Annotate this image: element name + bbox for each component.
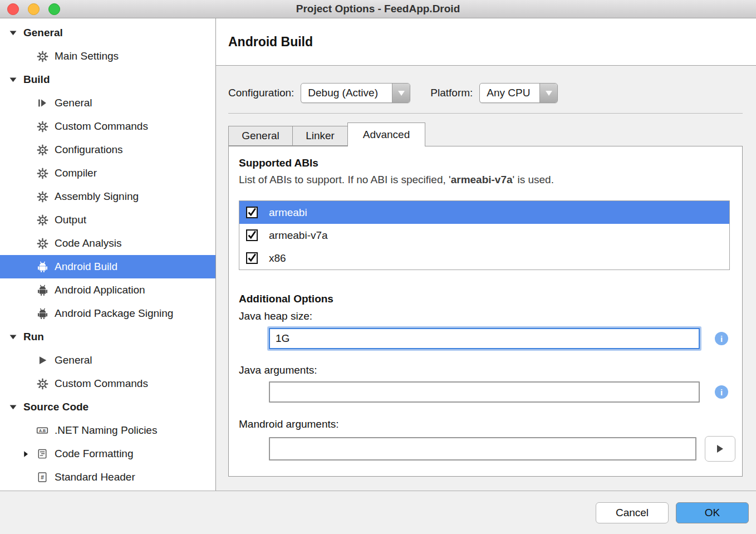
window-title: Project Options - FeedApp.Droid bbox=[0, 3, 756, 15]
sidebar-item-output[interactable]: Output bbox=[0, 208, 215, 232]
java-heap-input[interactable] bbox=[269, 328, 700, 349]
expand-arguments-button[interactable] bbox=[705, 436, 735, 462]
sidebar-item-code-analysis[interactable]: Code Analysis bbox=[0, 232, 215, 255]
sidebar-section-general[interactable]: General bbox=[0, 21, 215, 45]
platform-value: Any CPU bbox=[480, 87, 539, 99]
sidebar-item-standard-header[interactable]: #Standard Header bbox=[0, 466, 215, 489]
java-arguments-input[interactable] bbox=[269, 381, 700, 403]
sidebar-item-compiler[interactable]: Compiler bbox=[0, 161, 215, 185]
sidebar-item-custom-commands[interactable]: Custom Commands bbox=[0, 372, 215, 395]
sidebar-section-label: Run bbox=[23, 331, 44, 343]
build-play-icon bbox=[36, 96, 49, 110]
chevron-down-icon[interactable] bbox=[9, 76, 17, 84]
android-icon bbox=[36, 307, 49, 320]
platform-dropdown[interactable]: Any CPU bbox=[479, 83, 558, 103]
ok-button[interactable]: OK bbox=[676, 502, 749, 523]
sidebar-item-label: Custom Commands bbox=[55, 120, 148, 133]
sidebar-section-run[interactable]: Run bbox=[0, 325, 215, 349]
sidebar-item-android-build[interactable]: Android Build bbox=[0, 255, 215, 278]
abi-list: armeabiarmeabi-v7ax86 bbox=[239, 200, 730, 270]
java-heap-label: Java heap size: bbox=[239, 309, 742, 323]
description-text: List of ABIs to support. If no ABI is sp… bbox=[239, 174, 451, 185]
java-arguments-row: i bbox=[269, 381, 728, 403]
sidebar-item-net-naming-policies[interactable]: A.B.NET Naming Policies bbox=[0, 419, 215, 442]
gear-icon bbox=[36, 190, 49, 203]
supported-abis-description: List of ABIs to support. If no ABI is sp… bbox=[239, 173, 742, 187]
mandroid-arguments-label: Mandroid arguments: bbox=[239, 417, 742, 431]
titlebar: Project Options - FeedApp.Droid bbox=[0, 0, 756, 18]
abi-row-armeabi-v7a[interactable]: armeabi-v7a bbox=[239, 224, 729, 247]
sidebar-item-code-formatting[interactable]: Code Formatting bbox=[0, 442, 215, 466]
sidebar-section-build[interactable]: Build bbox=[0, 68, 215, 91]
sidebar-item-assembly-signing[interactable]: Assembly Signing bbox=[0, 185, 215, 208]
mandroid-arguments-input[interactable] bbox=[269, 437, 696, 460]
traffic-lights bbox=[7, 3, 60, 15]
sidebar-item-label: Android Build bbox=[55, 261, 117, 273]
sidebar-item-custom-commands[interactable]: Custom Commands bbox=[0, 115, 215, 138]
sidebar-item-general[interactable]: General bbox=[0, 349, 215, 372]
checkbox-checked[interactable] bbox=[246, 207, 258, 218]
platform-label: Platform: bbox=[430, 87, 473, 99]
android-icon bbox=[36, 283, 49, 297]
sidebar-item-label: Custom Commands bbox=[55, 378, 148, 390]
description-bold-text: armeabi-v7a bbox=[451, 174, 513, 185]
sidebar-item-label: Configurations bbox=[55, 144, 123, 156]
zoom-button[interactable] bbox=[48, 3, 60, 15]
divider bbox=[228, 113, 743, 114]
sidebar-item-label: Code Formatting bbox=[55, 448, 134, 460]
chevron-right-icon[interactable] bbox=[22, 450, 36, 458]
tab-general[interactable]: General bbox=[228, 126, 293, 146]
minimize-button[interactable] bbox=[28, 3, 40, 15]
abi-row-armeabi[interactable]: armeabi bbox=[239, 201, 729, 224]
info-icon[interactable]: i bbox=[715, 385, 728, 399]
main-split: GeneralMain SettingsBuildGeneralCustom C… bbox=[0, 18, 756, 491]
configuration-row: Configuration: Debug (Active) Platform: … bbox=[228, 83, 756, 103]
sidebar-item-android-package-signing[interactable]: Android Package Signing bbox=[0, 302, 215, 325]
gear-icon bbox=[36, 143, 49, 156]
tab-label: Linker bbox=[306, 130, 335, 142]
chevron-down-icon bbox=[392, 84, 410, 102]
sidebar-item-main-settings[interactable]: Main Settings bbox=[0, 45, 215, 68]
checkbox-checked[interactable] bbox=[246, 252, 258, 264]
gear-icon bbox=[36, 166, 49, 180]
sidebar-item-label: General bbox=[55, 97, 92, 109]
sidebar-item-android-application[interactable]: Android Application bbox=[0, 278, 215, 302]
description-text: ' is used. bbox=[513, 174, 554, 185]
sidebar-section-source-code[interactable]: Source Code bbox=[0, 395, 215, 419]
configuration-dropdown[interactable]: Debug (Active) bbox=[301, 83, 410, 103]
additional-options-heading: Additional Options bbox=[239, 292, 742, 306]
chevron-down-icon[interactable] bbox=[9, 333, 17, 341]
content-header: Android Build bbox=[216, 18, 756, 66]
gear-icon bbox=[36, 213, 49, 227]
java-heap-row: i bbox=[269, 328, 728, 349]
play-icon bbox=[717, 445, 723, 453]
close-button[interactable] bbox=[7, 3, 19, 15]
doc-lines-icon bbox=[36, 447, 49, 460]
sidebar-item-label: General bbox=[55, 354, 92, 366]
configuration-value: Debug (Active) bbox=[301, 87, 392, 99]
sidebar-item-configurations[interactable]: Configurations bbox=[0, 138, 215, 161]
sidebar-item-label: Code Analysis bbox=[55, 237, 121, 249]
project-options-window: Project Options - FeedApp.Droid GeneralM… bbox=[0, 0, 756, 534]
gear-icon bbox=[36, 237, 49, 250]
supported-abis-heading: Supported ABIs bbox=[239, 156, 742, 170]
chevron-down-icon[interactable] bbox=[9, 403, 17, 411]
sidebar-item-general[interactable]: General bbox=[0, 91, 215, 115]
advanced-tab-panel: Supported ABIs List of ABIs to support. … bbox=[228, 146, 743, 477]
tab-bar: GeneralLinkerAdvanced bbox=[228, 123, 756, 146]
configuration-label: Configuration: bbox=[228, 87, 294, 99]
abi-label: armeabi-v7a bbox=[269, 229, 328, 242]
tab-linker[interactable]: Linker bbox=[292, 126, 348, 146]
sidebar-item-label: Assembly Signing bbox=[55, 190, 139, 203]
sidebar-item-label: Standard Header bbox=[55, 471, 135, 483]
sidebar-item-label: .NET Naming Policies bbox=[55, 424, 157, 437]
sidebar-item-label: Main Settings bbox=[55, 50, 119, 62]
tab-advanced[interactable]: Advanced bbox=[347, 123, 425, 146]
info-icon[interactable]: i bbox=[715, 332, 728, 345]
sidebar-section-label: Build bbox=[23, 74, 50, 86]
page-title: Android Build bbox=[228, 35, 313, 50]
chevron-down-icon[interactable] bbox=[9, 29, 17, 37]
checkbox-checked[interactable] bbox=[246, 229, 258, 241]
cancel-button[interactable]: Cancel bbox=[596, 502, 669, 523]
abi-row-x86[interactable]: x86 bbox=[239, 247, 729, 270]
